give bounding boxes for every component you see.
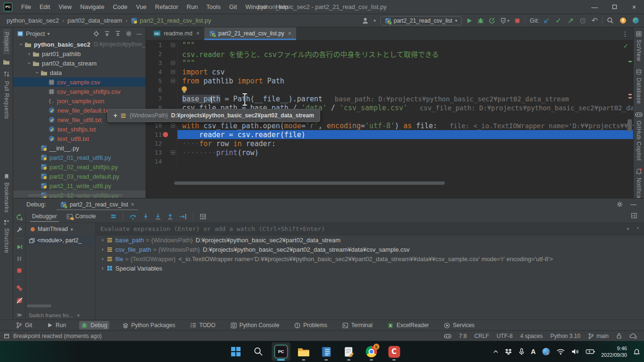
settings-gear-icon[interactable] bbox=[617, 201, 623, 207]
line-separator[interactable]: CRLF bbox=[475, 333, 489, 339]
menu-tools[interactable]: Tools bbox=[202, 3, 225, 10]
profile-button[interactable] bbox=[489, 17, 495, 24]
breadcrumb-item[interactable]: part02_data_stream bbox=[67, 17, 122, 24]
tree-item-part02-data-stream[interactable]: ›part02_data_stream bbox=[13, 58, 145, 68]
code-line-1[interactable]: 1""" bbox=[146, 41, 633, 49]
inspections-ok-icon[interactable]: ✓ bbox=[623, 42, 628, 49]
code-line-7[interactable]: 7base_path = Path(__file__).parentbase_p… bbox=[146, 94, 633, 103]
editor-gutter[interactable]: 2 bbox=[146, 49, 177, 58]
notification-bell-icon[interactable]: z bbox=[633, 348, 640, 355]
locate-icon[interactable] bbox=[93, 31, 99, 37]
ide-update-icon[interactable] bbox=[620, 17, 627, 24]
debug-button[interactable] bbox=[477, 17, 484, 24]
code-line-3[interactable]: 3""" bbox=[146, 58, 633, 67]
sidebar-item-database[interactable]: Database bbox=[636, 69, 642, 105]
search-everywhere-button[interactable] bbox=[607, 17, 614, 24]
tree-item-part2-03-read-default-py[interactable]: part2_03_read_default.py bbox=[13, 172, 145, 181]
file-encoding[interactable]: UTF-8 bbox=[497, 333, 513, 339]
expand-chevron-icon[interactable]: › bbox=[98, 265, 107, 272]
tree-item-text-shiftjis-txt[interactable]: text_shiftjis.txt bbox=[13, 124, 145, 134]
close-tab-icon[interactable]: × bbox=[288, 30, 291, 37]
toolwindow-run[interactable]: Run bbox=[45, 321, 68, 329]
code-line-4[interactable]: 4import csv bbox=[146, 67, 633, 76]
editor-vertical-scrollbar[interactable] bbox=[628, 119, 632, 132]
chevron-right-icon[interactable]: › bbox=[26, 50, 32, 57]
menu-code[interactable]: Code bbox=[109, 3, 132, 10]
pause-button[interactable] bbox=[16, 255, 23, 262]
fold-marker-icon[interactable] bbox=[171, 70, 175, 74]
toolwindow-terminal[interactable]: Terminal bbox=[340, 321, 374, 329]
wifi-icon[interactable] bbox=[556, 348, 565, 355]
commit-icon[interactable] bbox=[3, 59, 10, 65]
tab-options-icon[interactable]: ⋮ bbox=[617, 30, 633, 38]
status-message[interactable]: Breakpoint reached (moments ago) bbox=[13, 333, 102, 339]
code-line-14[interactable]: 14 bbox=[146, 157, 633, 166]
copilot-status-icon[interactable] bbox=[444, 333, 451, 339]
menu-vue[interactable]: Vue bbox=[132, 3, 151, 10]
sidebar-item-sciview[interactable]: SciView bbox=[636, 31, 642, 62]
stack-frame-item[interactable]: <module>, part2_ bbox=[26, 235, 95, 246]
python-interpreter[interactable]: Python 3.10 bbox=[550, 333, 580, 339]
user-dropdown-icon[interactable]: ▾ bbox=[373, 18, 376, 23]
close-tab-icon[interactable]: × bbox=[196, 30, 200, 37]
toolwindow-python-packages[interactable]: Python Packages bbox=[121, 321, 177, 329]
caret-position[interactable]: 7:8 bbox=[459, 333, 467, 339]
variable-row-special-variables[interactable]: ›Special Variables bbox=[96, 263, 644, 273]
taskbar-chrome-icon[interactable]: k bbox=[362, 342, 381, 361]
taskbar-search-icon[interactable] bbox=[249, 342, 268, 361]
code-line-11[interactable]: 11 reader = csv.reader(file) bbox=[146, 130, 633, 139]
tree-item-part2-11-write-utf8-py[interactable]: part2_11_write_utf8.py bbox=[13, 181, 145, 190]
tree-item-part2-01-read-utf8-py[interactable]: part2_01_read_utf8.py bbox=[13, 153, 145, 162]
taskbar-explorer-icon[interactable] bbox=[294, 342, 313, 361]
close-session-icon[interactable]: × bbox=[131, 201, 134, 208]
more-actions-icon[interactable]: ≫ bbox=[16, 312, 22, 318]
taskbar-editor-icon[interactable] bbox=[339, 342, 358, 361]
run-to-cursor-button[interactable] bbox=[179, 214, 187, 220]
tree-item--init-py[interactable]: __init__.py bbox=[13, 143, 145, 153]
hidden-icons-chevron[interactable] bbox=[493, 349, 499, 354]
settings-wrench-icon[interactable] bbox=[16, 226, 23, 233]
thread-selector[interactable]: MainThread ▾ bbox=[26, 223, 95, 235]
dropbox-tray-icon[interactable] bbox=[505, 348, 512, 355]
tree-item-data[interactable]: ›data bbox=[13, 68, 145, 77]
editor-gutter[interactable]: 4 bbox=[146, 67, 177, 76]
code-line-6[interactable]: 6 bbox=[146, 85, 633, 94]
view-breakpoints-button[interactable] bbox=[16, 285, 23, 292]
menu-view[interactable]: View bbox=[54, 3, 76, 10]
tab-console[interactable]: Console bbox=[63, 211, 100, 222]
tree-item-csv-sample-csv[interactable]: csv_sample.csv bbox=[13, 77, 145, 87]
project-horizontal-scrollbar[interactable] bbox=[28, 194, 122, 197]
stop-button[interactable] bbox=[514, 17, 521, 24]
mute-breakpoints-button[interactable] bbox=[16, 297, 23, 304]
breadcrumb-item[interactable]: part2_21_read_csv_list.py bbox=[131, 17, 211, 24]
microphone-tray-icon[interactable] bbox=[518, 348, 525, 355]
expand-chevron-icon[interactable]: › bbox=[98, 237, 107, 243]
fold-marker-icon[interactable] bbox=[171, 123, 175, 128]
editor-gutter[interactable]: 12 bbox=[146, 139, 177, 148]
breadcrumb-item[interactable]: python_basic_sec2 bbox=[7, 17, 59, 24]
taskbar-start-icon[interactable] bbox=[226, 342, 245, 361]
editor-gutter[interactable]: 6 bbox=[146, 85, 177, 94]
bookmarks-icon[interactable] bbox=[4, 173, 9, 180]
variable-row-csv-file-path[interactable]: ›csv_file_path={WindowsPath}D:¥projects¥… bbox=[96, 245, 644, 254]
tab-part2-21-read-csv-list[interactable]: part2_21_read_csv_list.py × bbox=[204, 27, 296, 40]
taskbar-clock[interactable]: 9:462022/09/30 bbox=[601, 345, 627, 358]
close-icon[interactable]: × bbox=[77, 313, 80, 318]
ime-mode-indicator[interactable]: A bbox=[531, 348, 536, 355]
sidebar-item-structure[interactable]: Structure bbox=[3, 225, 10, 256]
taskbar-camtasia-icon[interactable]: C bbox=[385, 342, 403, 361]
debug-session-tab[interactable]: part2_21_read_csv_list × bbox=[58, 198, 136, 210]
chevron-down-icon[interactable]: › bbox=[26, 60, 32, 66]
hide-panel-icon[interactable]: — bbox=[137, 31, 142, 36]
battery-icon[interactable] bbox=[586, 349, 595, 354]
show-execution-point-button[interactable] bbox=[110, 213, 117, 220]
tree-item-python-basic-sec2[interactable]: ›python_basic_sec2D:¥projects¥python_bas… bbox=[13, 40, 145, 49]
editor-gutter[interactable]: 3 bbox=[146, 58, 177, 67]
code-line-5[interactable]: 5from pathlib import Path bbox=[146, 76, 633, 85]
minimize-button[interactable]: — bbox=[585, 0, 604, 14]
code-line-12[interactable]: 12····for row in reader: bbox=[146, 139, 633, 148]
chevron-down-icon[interactable]: › bbox=[18, 41, 24, 48]
pull-requests-icon[interactable] bbox=[3, 71, 10, 77]
tool-window-toggle-icon[interactable] bbox=[4, 333, 9, 339]
git-history-button[interactable] bbox=[580, 17, 586, 24]
